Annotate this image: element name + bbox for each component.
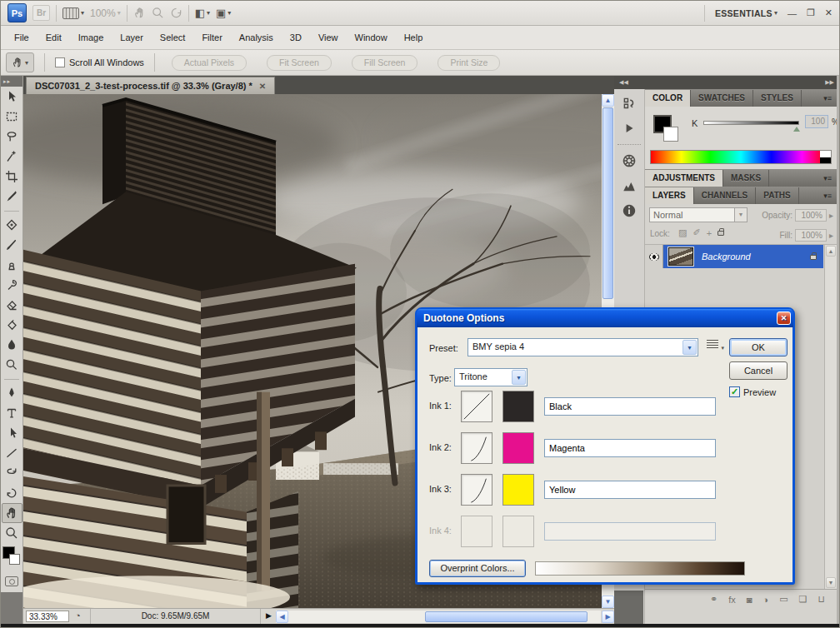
move-tool[interactable] bbox=[2, 87, 22, 107]
scroll-down-button[interactable]: ▼ bbox=[602, 596, 614, 608]
tab-masks[interactable]: MASKS bbox=[723, 170, 769, 187]
tab-adjustments[interactable]: ADJUSTMENTS bbox=[645, 170, 723, 187]
layer-style-icon[interactable]: fx bbox=[728, 595, 736, 605]
document-size-readout[interactable]: Doc: 9.65M/9.65M bbox=[90, 609, 261, 624]
ink-1-curve[interactable] bbox=[461, 391, 492, 422]
eyedropper-tool[interactable] bbox=[2, 187, 22, 207]
tab-styles[interactable]: STYLES bbox=[753, 90, 802, 107]
panel-menu-icon[interactable]: ▾≡ bbox=[823, 170, 837, 187]
color-spectrum-ramp[interactable] bbox=[650, 150, 832, 164]
scroll-left-button[interactable]: ◀ bbox=[276, 611, 288, 623]
zoom-icon[interactable] bbox=[152, 7, 164, 19]
menu-view[interactable]: View bbox=[310, 28, 347, 47]
tab-paths[interactable]: PATHS bbox=[756, 187, 798, 204]
lock-all-icon[interactable] bbox=[718, 231, 724, 236]
restore-button[interactable]: ❐ bbox=[807, 7, 815, 18]
pen-tool[interactable] bbox=[2, 383, 22, 403]
gradient-tool[interactable] bbox=[2, 315, 22, 335]
cancel-button[interactable]: Cancel bbox=[729, 361, 788, 380]
blur-tool[interactable] bbox=[2, 335, 22, 355]
eraser-tool[interactable] bbox=[2, 295, 22, 315]
zoom-tool[interactable] bbox=[2, 523, 22, 543]
ink-1-color-swatch[interactable] bbox=[502, 391, 534, 422]
tab-color[interactable]: COLOR bbox=[645, 90, 691, 107]
menu-window[interactable]: Window bbox=[347, 28, 396, 47]
layer-row-background[interactable]: Background bbox=[645, 245, 823, 268]
dialog-close-button[interactable]: ✕ bbox=[777, 312, 791, 325]
layer-group-icon[interactable]: ▭ bbox=[779, 594, 788, 605]
color-chips[interactable] bbox=[2, 546, 22, 571]
spectrum-endpoint-chips[interactable] bbox=[820, 151, 831, 163]
ink-3-color-swatch[interactable] bbox=[502, 474, 534, 506]
histogram-panel-button[interactable] bbox=[618, 175, 641, 197]
menu-help[interactable]: Help bbox=[396, 28, 432, 47]
scroll-down-button[interactable]: ▼ bbox=[826, 577, 836, 588]
crop-tool[interactable] bbox=[2, 167, 22, 187]
minimize-button[interactable]: — bbox=[788, 8, 797, 18]
screen-mode-button[interactable]: ▣▾ bbox=[216, 7, 231, 19]
k-slider[interactable] bbox=[703, 121, 799, 125]
menu-analysis[interactable]: Analysis bbox=[231, 28, 282, 47]
preset-select[interactable]: BMY sepia 4 ▼ bbox=[468, 338, 698, 356]
status-expand-arrow[interactable]: ▶ bbox=[266, 611, 272, 620]
arrange-documents-button[interactable]: ▾ bbox=[62, 7, 84, 19]
scroll-right-button[interactable]: ▶ bbox=[602, 611, 614, 623]
lasso-tool[interactable] bbox=[2, 127, 22, 147]
fit-screen-button[interactable]: Fit Screen bbox=[267, 55, 332, 71]
layer-thumbnail[interactable] bbox=[668, 247, 693, 266]
3d-rotate-tool[interactable] bbox=[2, 463, 22, 483]
dialog-title-bar[interactable]: Duotone Options ✕ bbox=[417, 309, 793, 327]
background-color-swatch[interactable] bbox=[9, 554, 20, 565]
menu-filter[interactable]: Filter bbox=[193, 28, 230, 47]
fill-value[interactable]: 100% bbox=[795, 229, 827, 242]
horizontal-scrollbar[interactable]: ◀ bbox=[276, 611, 601, 623]
menu-select[interactable]: Select bbox=[152, 28, 194, 47]
panel-menu-icon[interactable]: ▾≡ bbox=[823, 187, 837, 204]
vertical-scroll-thumb[interactable] bbox=[602, 107, 613, 299]
bridge-button[interactable]: Br bbox=[32, 5, 50, 21]
path-selection-tool[interactable] bbox=[2, 423, 22, 443]
history-brush-tool[interactable] bbox=[2, 275, 22, 295]
close-button[interactable]: ✕ bbox=[825, 7, 832, 18]
3d-orbit-tool[interactable] bbox=[2, 483, 22, 503]
current-tool-well[interactable]: ▾ bbox=[6, 52, 34, 72]
zoom-level-select[interactable]: 100%▾ bbox=[90, 7, 121, 19]
scroll-up-button[interactable]: ▲ bbox=[826, 246, 836, 257]
brush-tool[interactable] bbox=[2, 235, 22, 255]
preset-list-button[interactable] bbox=[707, 340, 718, 348]
hand-tool[interactable] bbox=[2, 503, 22, 523]
menu-3d[interactable]: 3D bbox=[282, 28, 310, 47]
collapse-panels-icon[interactable]: ◀◀ bbox=[619, 76, 628, 89]
layer-list-scrollbar[interactable]: ▲ ▼ bbox=[824, 245, 837, 589]
workspace-switcher[interactable]: ESSENTIALS▾ bbox=[715, 8, 778, 18]
type-select[interactable]: Tritone ▼ bbox=[454, 368, 528, 386]
opacity-expand-icon[interactable]: ▸ bbox=[829, 211, 833, 220]
view-extras-button[interactable]: ◧▾ bbox=[195, 7, 210, 19]
new-layer-icon[interactable]: ❏ bbox=[799, 594, 808, 605]
background-color-swatch[interactable] bbox=[663, 127, 678, 142]
history-panel-button[interactable] bbox=[618, 92, 641, 114]
toolbox-collapse-header[interactable]: ▸▸ bbox=[1, 76, 22, 87]
fill-screen-button[interactable]: Fill Screen bbox=[352, 55, 418, 71]
ink-2-curve[interactable] bbox=[461, 432, 492, 464]
dodge-tool[interactable] bbox=[2, 355, 22, 375]
chevron-down-icon[interactable]: ▼ bbox=[682, 340, 697, 355]
adjustment-layer-icon[interactable]: ◑ bbox=[762, 595, 768, 605]
ink-3-name-field[interactable] bbox=[544, 481, 716, 499]
type-tool[interactable] bbox=[2, 403, 22, 423]
link-layers-icon[interactable]: ⚭ bbox=[710, 594, 718, 605]
actions-panel-button[interactable] bbox=[618, 117, 641, 139]
menu-file[interactable]: File bbox=[6, 28, 38, 47]
scroll-up-button[interactable]: ▲ bbox=[602, 94, 614, 107]
tab-swatches[interactable]: SWATCHES bbox=[691, 90, 753, 107]
menu-edit[interactable]: Edit bbox=[38, 28, 70, 47]
lock-pixels-icon[interactable]: ✐ bbox=[692, 227, 700, 238]
tab-layers[interactable]: LAYERS bbox=[645, 187, 694, 204]
menu-layer[interactable]: Layer bbox=[112, 28, 152, 47]
ink-2-color-swatch[interactable] bbox=[502, 432, 534, 464]
clone-stamp-tool[interactable] bbox=[2, 255, 22, 275]
status-badge-icon[interactable]: ◔ bbox=[75, 611, 81, 621]
tab-channels[interactable]: CHANNELS bbox=[694, 187, 757, 204]
ok-button[interactable]: OK bbox=[729, 338, 788, 356]
visibility-cell[interactable] bbox=[645, 245, 663, 268]
